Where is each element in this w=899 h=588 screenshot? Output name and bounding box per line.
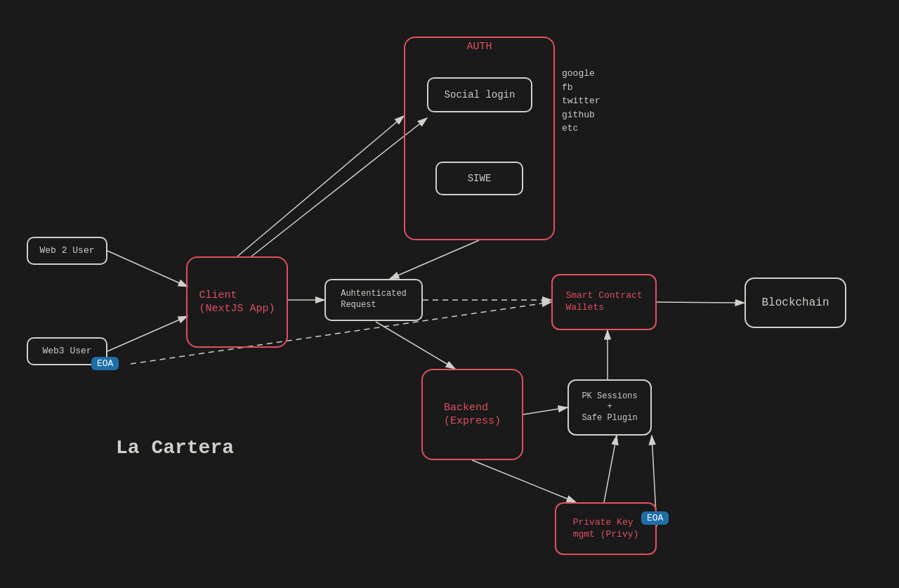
siwe-box: SIWE <box>435 162 523 195</box>
auth-request-label: Auhtenticated Request <box>341 289 407 311</box>
pk-sessions-label: PK Sessions + Safe Plugin <box>582 391 637 424</box>
svg-line-5 <box>237 116 404 256</box>
auth-box <box>404 37 555 240</box>
scw-label: Smart Contract Wallets <box>565 290 642 314</box>
svg-line-12 <box>657 302 744 303</box>
auth-label: AUTH <box>404 41 555 53</box>
scw-box: Smart Contract Wallets <box>551 274 657 330</box>
svg-line-6 <box>251 118 427 256</box>
diagram-container: AUTH Social login SIWE google fb twitter… <box>0 0 899 588</box>
social-login-box: Social login <box>427 77 532 112</box>
blockchain-box: Blockchain <box>744 277 846 328</box>
web2-user-box: Web 2 User <box>27 237 107 265</box>
svg-line-7 <box>390 240 479 279</box>
web2-user-label: Web 2 User <box>39 245 94 257</box>
svg-line-14 <box>523 407 567 414</box>
pk-mgmt-label: Private Key mgmt (Privy) <box>573 517 639 541</box>
client-box: Client (NextJS App) <box>186 256 288 348</box>
eoa-web3-label: EOA <box>91 357 119 370</box>
svg-line-9 <box>376 322 455 369</box>
pk-mgmt-box: Private Key mgmt (Privy) <box>555 502 657 555</box>
blockchain-label: Blockchain <box>761 296 829 311</box>
pk-sessions-box: PK Sessions + Safe Plugin <box>567 379 652 436</box>
svg-line-15 <box>472 460 576 502</box>
auth-request-box: Auhtenticated Request <box>324 279 423 321</box>
svg-line-4 <box>107 316 188 351</box>
svg-line-3 <box>107 251 188 287</box>
eoa-pk-badge: EOA <box>641 511 669 524</box>
backend-box: Backend (Express) <box>421 369 523 460</box>
web3-user-label: Web3 User <box>42 346 91 358</box>
eoa-web3-badge: EOA <box>91 357 119 370</box>
backend-label: Backend (Express) <box>444 401 501 429</box>
eoa-pk-label: EOA <box>641 511 669 525</box>
social-login-label: Social login <box>445 89 516 101</box>
google-annotation: google fb twitter github etc <box>562 67 601 136</box>
la-cartera-label: La Cartera <box>116 437 234 459</box>
siwe-label: SIWE <box>468 172 492 185</box>
svg-line-16 <box>604 436 617 502</box>
client-label: Client (NextJS App) <box>199 289 275 316</box>
